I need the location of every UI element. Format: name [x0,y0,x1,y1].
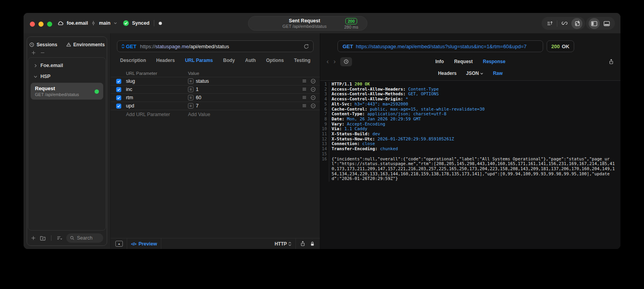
tree-item-hsp[interactable]: HSP [28,71,106,82]
equals-icon: = [188,78,193,84]
remove-icon[interactable] [40,50,45,55]
sync-loop-button[interactable] [559,18,570,29]
zoom-window-button[interactable] [47,22,52,27]
share-icon[interactable] [300,241,306,247]
method-selector[interactable]: GET [121,44,137,49]
remove-param-icon[interactable] [310,95,316,100]
branch-name[interactable]: main [99,20,110,26]
remove-param-icon[interactable] [310,103,316,109]
add-param-row[interactable]: Add URL Parameter Add Value [111,110,320,119]
sync-status: Synced [132,20,149,26]
sort-filter-icon[interactable] [57,235,63,241]
tab-environments[interactable]: Environments [66,41,105,49]
add-param-name[interactable]: Add URL Parameter [126,112,188,117]
param-name[interactable]: rtm [126,95,188,100]
param-name[interactable]: slug [126,78,188,84]
param-enabled-checkbox[interactable] [116,87,121,92]
param-value[interactable]: 7 [196,103,302,109]
response-tab-response[interactable]: Response [483,59,505,64]
request-list-item-selected[interactable]: Request GET /api/embed/status [31,83,103,100]
remove-param-icon[interactable] [310,78,316,84]
param-name[interactable]: inc [126,87,188,92]
response-body[interactable]: 1HTTP/1.1 200 OK2Access-Control-Allow-He… [320,80,620,249]
protocol-label: HTTP [275,241,287,247]
response-tab-request[interactable]: Request [454,59,473,64]
lock-icon[interactable] [310,241,315,247]
param-enabled-checkbox[interactable] [116,95,121,100]
remove-param-icon[interactable] [310,87,316,92]
param-row: rtm=60 [111,93,320,102]
tab-testing[interactable]: Testing [294,58,310,65]
response-tab-info-label: Info [435,59,444,64]
tree-item-label: HSP [40,74,51,79]
line-content: Transfer-Encoding: chunked [329,147,620,152]
response-subtab-raw[interactable]: Raw [493,70,503,77]
tab-body[interactable]: Body [223,58,235,65]
response-subtab-json[interactable]: JSON [466,70,484,77]
tab-environments-label: Environments [73,42,105,47]
minimize-window-button[interactable] [38,22,44,27]
sent-request-line[interactable]: GET https://statuspage.me/api/embed/stat… [338,40,543,52]
toolbar-group-actions [542,17,585,30]
col-url-parameter: URL Parameter [126,71,188,76]
param-name[interactable]: upd [126,103,188,109]
param-enabled-checkbox[interactable] [116,79,121,84]
tab-url-params-label: URL Params [185,58,213,63]
collapse-panel-button[interactable]: ▲ [115,241,123,247]
tab-url-params[interactable]: URL Params [185,58,213,65]
export-response-icon[interactable] [608,59,614,65]
tab-auth[interactable]: Auth [245,58,256,65]
tab-sessions[interactable]: Sessions [29,41,57,49]
add-param-value[interactable]: Add Value [188,112,210,117]
param-actions [302,87,316,92]
sent-request-subtitle: GET /api/embed/status [270,24,339,29]
tab-headers[interactable]: Headers [156,58,175,65]
response-pane: GET https://statuspage.me/api/embed/stat… [320,33,620,249]
drag-handle-icon[interactable] [302,95,307,100]
tab-options-label: Options [266,58,284,63]
app-window: foe.email main Synced Sent Request GET /… [24,13,620,249]
add-request-icon[interactable] [31,235,36,241]
drag-handle-icon[interactable] [302,78,307,84]
close-window-button[interactable] [30,22,35,27]
toggle-left-sidebar-button[interactable] [589,18,600,29]
param-value[interactable]: 1 [196,87,302,92]
line-segment: Access-Control-Allow-Methods: [332,91,408,96]
sent-request-info: Sent Request GET /api/embed/status [248,18,339,29]
line-segment: GET, OPTIONS [408,91,439,96]
line-segment: application/json; charset=utf-8 [367,111,447,116]
request-url-bar[interactable]: GET https://statuspage.me/api/embed/stat… [117,40,314,52]
response-subtab-headers[interactable]: Headers [438,70,456,77]
line-segment: Via: [332,126,345,131]
recording-dot-icon[interactable] [159,22,162,25]
method-label: GET [126,44,137,49]
send-receive-button[interactable] [571,18,582,29]
search-input[interactable]: Search [66,233,103,243]
resend-request-icon[interactable] [303,44,309,49]
sent-request-pill[interactable]: Sent Request GET /api/embed/status 200 2… [248,16,367,31]
drag-handle-icon[interactable] [302,87,307,92]
sidebar-add-remove [27,49,107,57]
new-folder-icon[interactable] [40,235,46,241]
tab-sessions-label: Sessions [36,42,57,47]
protocol-selector[interactable]: HTTP [275,241,292,247]
response-tab-info[interactable]: Info [435,59,444,64]
param-value[interactable]: 60 [196,95,302,100]
tab-description[interactable]: Description [120,58,146,65]
add-icon[interactable] [31,50,36,55]
param-value[interactable]: status [196,78,302,84]
drag-handle-icon[interactable] [302,103,307,109]
export-list-button[interactable] [544,18,555,29]
chevron-down-icon[interactable] [113,21,118,25]
tree-item-foe-email[interactable]: Foe.email [28,60,106,71]
divider [161,238,161,249]
line-content: Vary: Accept-Encoding [329,122,620,127]
preview-button[interactable]: </> Preview [131,241,157,247]
param-enabled-checkbox[interactable] [116,104,121,109]
toggle-bottom-panel-button[interactable] [601,18,612,29]
editor-tabs: DescriptionHeadersURL ParamsBodyAuthOpti… [111,58,320,65]
titlebar: foe.email main Synced Sent Request GET /… [24,13,620,33]
tab-options[interactable]: Options [266,58,284,65]
project-name[interactable]: foe.email [67,20,88,26]
sent-request-status: 200 280 ms [339,17,367,29]
